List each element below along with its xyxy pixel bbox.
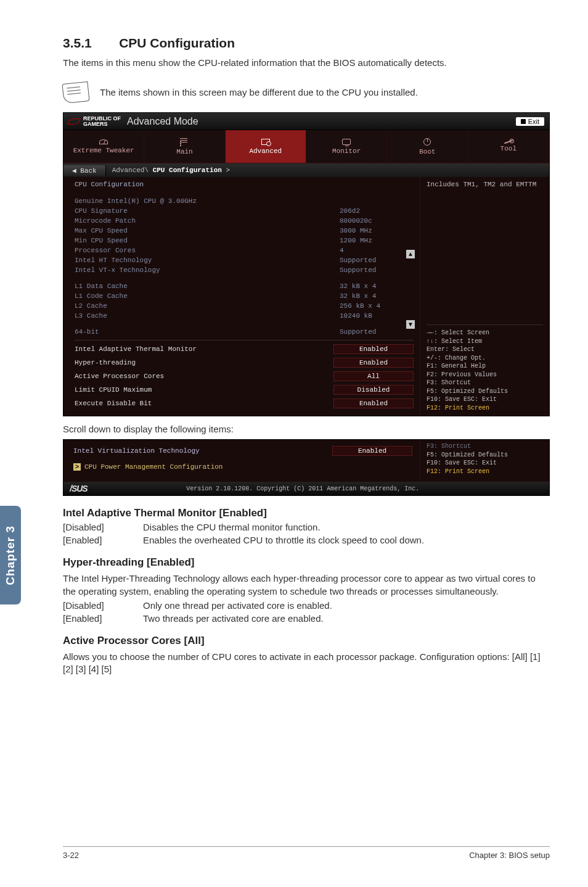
info-row: Min CPU Speed1200 MHz — [75, 236, 414, 245]
setting-value[interactable]: Enabled — [332, 446, 412, 456]
option-desc: Disables the CPU thermal monitor functio… — [143, 522, 321, 532]
bios-version-text: Version 2.10.1208. Copyright (C) 2011 Am… — [186, 485, 419, 492]
setting-label: Intel Adaptive Thermal Monitor — [75, 345, 197, 353]
subsection-heading: Intel Adaptive Thermal Monitor [Enabled] — [63, 507, 550, 519]
back-button[interactable]: ◀ Back — [63, 165, 106, 176]
setting-label: Limit CPUID Maximum — [75, 386, 152, 394]
option-desc: Two threads per activated core are enabl… — [143, 613, 324, 624]
rog-eye-icon — [67, 118, 81, 125]
bios-footer-bar: /SUS Version 2.10.1208. Copyright (C) 20… — [63, 482, 549, 495]
scroll-down-note: Scroll down to display the following ite… — [63, 424, 550, 434]
tab-label: Monitor — [332, 147, 361, 155]
note-icon — [62, 81, 89, 104]
monitor-icon — [342, 139, 351, 145]
info-row: Microcode Patch8000020c — [75, 217, 414, 225]
tab-extreme-tweaker[interactable]: Extreme Tweaker — [63, 130, 144, 163]
wrench-icon — [504, 139, 513, 144]
option-row: [Disabled] Disables the CPU thermal moni… — [63, 522, 550, 532]
bios-screenshot-scroll: Intel Virtualization Technology Enabled … — [63, 439, 550, 496]
panel-title: CPU Configuration — [75, 181, 414, 188]
gauge-icon — [99, 139, 108, 144]
setting-label: Execute Disable Bit — [75, 400, 152, 407]
bios2-left-panel: Intel Virtualization Technology Enabled … — [63, 440, 420, 482]
page-number: 3-22 — [63, 851, 79, 860]
bios-left-panel: CPU Configuration Genuine Intel(R) CPU @… — [63, 177, 420, 416]
back-button-label: Back — [80, 167, 96, 175]
note-block: The items shown in this screen may be di… — [63, 83, 550, 102]
option-row: [Enabled] Enables the overheated CPU to … — [63, 535, 550, 545]
chevron-right-icon: > — [73, 463, 81, 471]
breadcrumb-prefix: Advanced\ — [112, 167, 153, 174]
help-keys: F3: Shortcut F5: Optimized Defaults F10:… — [427, 442, 543, 476]
tab-tool[interactable]: Tool — [468, 130, 549, 163]
tab-label: Boot — [419, 148, 435, 155]
option-desc: Only one thread per activated core is en… — [143, 600, 332, 611]
power-icon — [423, 138, 431, 146]
bios-titlebar: REPUBLIC OF GAMERS Advanced Mode Exit — [63, 113, 549, 130]
chapter-side-tab-label: Chapter 3 — [4, 526, 17, 585]
tab-monitor[interactable]: Monitor — [306, 130, 387, 163]
tab-main[interactable]: Main — [144, 130, 225, 163]
setting-row[interactable]: Execute Disable Bit Enabled — [75, 397, 414, 410]
tab-label: Tool — [500, 145, 517, 152]
setting-label: Active Processor Cores — [75, 373, 164, 380]
bios-tab-bar: Extreme Tweaker Main Advanced Monitor Bo… — [63, 130, 549, 163]
info-row: L3 Cache10240 kB — [75, 311, 414, 320]
bios2-body: Intel Virtualization Technology Enabled … — [63, 440, 549, 482]
setting-value[interactable]: All — [333, 371, 414, 381]
info-row: CPU Signature206d2 — [75, 207, 414, 215]
setting-row[interactable]: Hyper-threading Enabled — [75, 357, 414, 369]
info-row: Processor Cores4 — [75, 246, 414, 255]
info-row: L1 Code Cache32 kB x 4 — [75, 292, 414, 300]
setting-label: Intel Virtualization Technology — [73, 447, 200, 455]
rog-brand-bottom: GAMERS — [83, 122, 121, 127]
setting-value[interactable]: Enabled — [333, 358, 414, 368]
info-row: 64-bitSupported — [75, 328, 414, 336]
info-row: Intel HT TechnologySupported — [75, 256, 414, 265]
subsection-desc: The Intel Hyper-Threading Technology all… — [63, 572, 550, 598]
option-row: [Disabled] Only one thread per activated… — [63, 600, 550, 611]
setting-value[interactable]: Enabled — [333, 398, 414, 408]
scroll-up-icon[interactable]: ▲ — [406, 250, 415, 258]
setting-row[interactable]: Intel Adaptive Thermal Monitor Enabled — [75, 343, 414, 355]
chapter-footer-label: Chapter 3: BIOS setup — [469, 851, 550, 860]
bios2-right-panel: F3: Shortcut F5: Optimized Defaults F10:… — [420, 440, 549, 482]
chapter-side-tab: Chapter 3 — [0, 506, 21, 604]
setting-label: Hyper-threading — [75, 359, 136, 366]
bios-mode-label: Advanced Mode — [127, 116, 198, 127]
tab-boot[interactable]: Boot — [387, 130, 468, 163]
setting-row[interactable]: Limit CPUID Maximum Disabled — [75, 384, 414, 396]
option-desc: Enables the overheated CPU to throttle i… — [143, 535, 424, 545]
info-row: L2 Cache256 kB x 4 — [75, 302, 414, 310]
section-heading: 3.5.1 CPU Configuration — [63, 36, 550, 51]
info-row: Max CPU Speed3000 MHz — [75, 226, 414, 235]
setting-value[interactable]: Enabled — [333, 344, 414, 354]
option-row: [Enabled] Two threads per activated core… — [63, 613, 550, 624]
rog-brand-text: REPUBLIC OF GAMERS — [83, 116, 121, 127]
page-content: 3.5.1 CPU Configuration The items in thi… — [63, 36, 550, 675]
breadcrumb-suffix: > — [222, 167, 230, 174]
section-number: 3.5.1 — [63, 36, 92, 50]
setting-row[interactable]: Active Processor Cores All — [75, 370, 414, 382]
scroll-down-icon[interactable]: ▼ — [406, 320, 415, 329]
tab-advanced[interactable]: Advanced — [226, 130, 306, 163]
exit-button-label: Exit — [528, 118, 539, 125]
list-icon — [180, 138, 189, 146]
setting-row[interactable]: Intel Virtualization Technology Enabled — [73, 445, 412, 457]
subsection-desc: Allows you to choose the number of CPU c… — [63, 651, 550, 676]
option-key: [Disabled] — [63, 522, 143, 532]
tab-label: Extreme Tweaker — [73, 147, 134, 154]
asus-logo: /SUS — [70, 484, 88, 493]
setting-value[interactable]: Disabled — [333, 385, 414, 395]
exit-button[interactable]: Exit — [516, 117, 544, 126]
bios-right-panel: Includes TM1, TM2 and EMTTM →←: Select S… — [420, 177, 549, 416]
option-key: [Enabled] — [63, 613, 143, 624]
submenu-link[interactable]: >CPU Power Management Configuration — [73, 463, 412, 471]
note-text: The items shown in this screen may be di… — [100, 86, 418, 99]
tab-label: Advanced — [249, 147, 282, 155]
section-title: CPU Configuration — [119, 36, 235, 50]
section-intro: The items in this menu show the CPU-rela… — [63, 57, 550, 69]
info-row: Genuine Intel(R) CPU @ 3.00GHz — [75, 197, 414, 205]
chip-icon — [261, 139, 270, 145]
submenu-label: CPU Power Management Configuration — [84, 463, 223, 471]
